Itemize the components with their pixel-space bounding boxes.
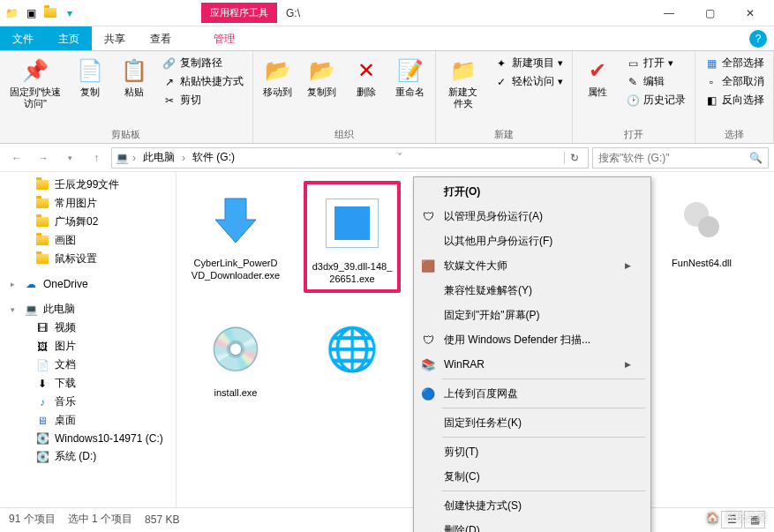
dropdown-icon[interactable]: ˅ [397, 152, 402, 164]
selectnone-button[interactable]: ▫全部取消 [701, 73, 768, 90]
menu-item[interactable]: 剪切(T) [416, 439, 649, 464]
organize-group-label: 组织 [259, 126, 430, 141]
nav-pictures[interactable]: 🖼图片 [0, 337, 176, 356]
nav-downloads[interactable]: ⬇下载 [0, 374, 176, 393]
file-item[interactable]: 💿install.exe [187, 311, 284, 402]
search-box[interactable]: 🔍 [592, 147, 769, 169]
menu-item[interactable]: 以其他用户身份运行(F) [416, 229, 649, 253]
easyaccess-button[interactable]: ✓轻松访问 ▾ [491, 73, 567, 90]
menu-item[interactable]: 创建快捷方式(S) [416, 493, 649, 518]
forward-button[interactable]: → [32, 146, 55, 169]
address-bar: ← → ▾ ↑ 💻 › 此电脑 › 软件 (G:) ˅ ↻ 🔍 [0, 144, 774, 172]
selectall-icon: ▦ [704, 56, 718, 71]
back-button[interactable]: ← [5, 146, 28, 169]
tab-file[interactable]: 文件 [0, 26, 46, 50]
paste-button[interactable]: 📋 粘贴 [115, 55, 154, 100]
nav-folder[interactable]: 鼠标设置 [0, 250, 176, 268]
menu-item[interactable]: 兼容性疑难解答(Y) [416, 278, 649, 303]
refresh-button[interactable]: ↻ [564, 152, 584, 164]
edit-small-button[interactable]: ✎编辑 [622, 73, 689, 90]
chevron-icon[interactable]: › [182, 152, 185, 164]
delete-button[interactable]: ✕删除 [347, 55, 386, 100]
copy-path-button[interactable]: 🔗复制路径 [159, 55, 247, 71]
newfolder-button[interactable]: 📁新建文件夹 [441, 55, 485, 111]
menu-item[interactable]: 固定到"开始"屏幕(P) [416, 303, 649, 327]
breadcrumb[interactable]: 💻 › 此电脑 › 软件 (G:) ˅ ↻ [111, 147, 589, 169]
breadcrumb-root[interactable]: 此电脑 [139, 150, 178, 165]
close-button[interactable]: ✕ [730, 0, 770, 26]
invert-label: 反向选择 [722, 93, 764, 108]
search-icon[interactable]: 🔍 [749, 152, 763, 164]
nav-video[interactable]: 🎞视频 [0, 318, 176, 337]
nav-folder[interactable]: 广场舞02 [0, 213, 176, 231]
download-arrow-icon [200, 184, 271, 255]
copy-label: 复制 [80, 86, 100, 98]
menu-item[interactable]: 🟫软媒文件大师▶ [416, 253, 649, 278]
moveto-button[interactable]: 📂移动到 [259, 55, 297, 100]
file-item[interactable]: d3dx9_39.dll-148_26651.exe [304, 181, 401, 293]
menu-item[interactable]: 🔵上传到百度网盘 [416, 381, 649, 406]
nav-desktop[interactable]: 🖥桌面 [0, 411, 176, 430]
menu-item[interactable]: 📚WinRAR▶ [416, 352, 649, 377]
tab-share[interactable]: 共享 [92, 26, 138, 50]
minimize-button[interactable]: — [649, 0, 689, 26]
menu-label: 软媒文件大师 [444, 259, 507, 273]
qat-dropdown-icon[interactable]: ▾ [62, 5, 78, 21]
breadcrumb-drive[interactable]: 软件 (G:) [189, 150, 238, 165]
menu-label: 使用 Windows Defender 扫描... [444, 333, 590, 348]
nav-folder[interactable]: 画图 [0, 231, 176, 250]
open-small-button[interactable]: ▭打开 ▾ [622, 55, 689, 71]
menu-item[interactable]: 删除(D) [416, 518, 649, 532]
nav-drive-c[interactable]: 💽Windows10-14971 (C:) [0, 430, 176, 447]
nav-label: 壬辰龙99文件 [55, 177, 119, 192]
file-item[interactable]: 🌐 [304, 311, 401, 402]
file-item[interactable]: CyberLink_PowerDVD_Downloader.exe [187, 181, 284, 293]
nav-pane[interactable]: 壬辰龙99文件 常用图片 广场舞02 画图 鼠标设置 ☁OneDrive 💻此电… [0, 172, 177, 507]
menu-item[interactable]: 打开(O) [416, 179, 649, 204]
menu-item[interactable]: 🛡以管理员身份运行(A) [416, 204, 649, 229]
history-button[interactable]: 🕑历史记录 [622, 92, 689, 109]
menu-item[interactable]: 🛡使用 Windows Defender 扫描... [416, 327, 649, 352]
newitem-button[interactable]: ✦新建项目 ▾ [491, 55, 567, 71]
help-icon[interactable]: ? [749, 30, 767, 48]
chevron-icon[interactable]: › [132, 152, 136, 164]
qat-newfolder-icon[interactable] [42, 5, 58, 21]
copy-button[interactable]: 📄 复制 [71, 55, 109, 100]
invert-button[interactable]: ◧反向选择 [701, 92, 768, 109]
rename-button[interactable]: 📝重命名 [391, 55, 430, 100]
properties-button[interactable]: ✔属性 [578, 55, 617, 100]
nav-music[interactable]: ♪音乐 [0, 393, 176, 411]
nav-label: 常用图片 [55, 196, 97, 211]
tab-home[interactable]: 主页 [46, 26, 92, 50]
file-item[interactable]: FunNest64.dll [653, 181, 750, 293]
paste-shortcut-button[interactable]: ↗粘贴快捷方式 [159, 73, 247, 90]
copyto-button[interactable]: 📂复制到 [303, 55, 342, 100]
menu-item[interactable]: 固定到任务栏(K) [416, 410, 649, 435]
properties-icon: ✔ [583, 56, 612, 85]
search-input[interactable] [598, 152, 749, 164]
selectall-button[interactable]: ▦全部选择 [701, 55, 768, 71]
folder-icon [35, 178, 49, 192]
qat: 📁 ▣ ▾ [4, 5, 78, 21]
moveto-label: 移动到 [263, 86, 292, 98]
file-label: d3dx9_39.dll-148_26651.exe [311, 260, 394, 286]
up-button[interactable]: ↑ [85, 146, 108, 169]
nav-folder[interactable]: 常用图片 [0, 194, 176, 213]
nav-thispc[interactable]: 💻此电脑 [0, 300, 176, 318]
maximize-button[interactable]: ▢ [689, 0, 730, 26]
ribbon-group-new: 📁新建文件夹 ✦新建项目 ▾ ✓轻松访问 ▾ 新建 [436, 51, 573, 143]
nav-folder[interactable]: 壬辰龙99文件 [0, 176, 176, 194]
item-count: 91 个项目 [9, 512, 56, 527]
pin-button[interactable]: 📌 固定到"快速访问" [5, 55, 65, 111]
nav-drive-d[interactable]: 💽系统 (D:) [0, 447, 176, 466]
context-menu: 打开(O)🛡以管理员身份运行(A)以其他用户身份运行(F)🟫软媒文件大师▶兼容性… [413, 176, 651, 532]
nav-documents[interactable]: 📄文档 [0, 356, 176, 374]
menu-item[interactable]: 复制(C) [416, 464, 649, 489]
qat-properties-icon[interactable]: ▣ [23, 5, 39, 21]
cut-button[interactable]: ✂剪切 [159, 92, 247, 109]
recent-button[interactable]: ▾ [58, 146, 81, 169]
nav-onedrive[interactable]: ☁OneDrive [0, 275, 176, 293]
tab-view[interactable]: 查看 [138, 26, 184, 50]
tab-manage[interactable]: 管理 [201, 26, 247, 50]
watermark: 🏠 系统之家 [706, 510, 767, 525]
